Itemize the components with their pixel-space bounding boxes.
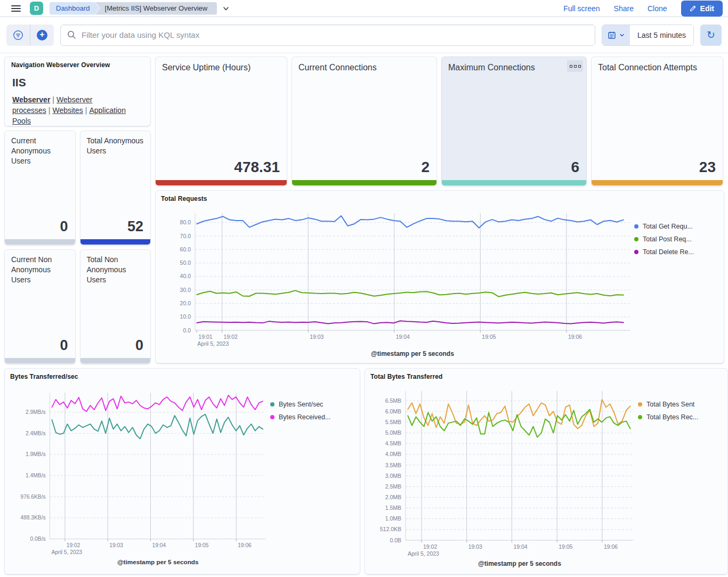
legend-color-dot [634,250,638,254]
nav-heading: IIS [12,76,144,89]
total-requests-chart[interactable]: 0.010.020.030.040.050.060.070.080.019:01… [161,206,634,359]
svg-text:0.0B/s: 0.0B/s [30,536,46,542]
metric-color-bar [5,358,75,363]
metric-color-bar [80,358,151,363]
metric-color-bar [5,239,75,245]
legend-item[interactable]: Total Delete Re... [634,248,718,256]
svg-text:10.0: 10.0 [180,313,191,320]
legend-item[interactable]: Total Post Req... [634,235,718,243]
legend-label: Bytes Received... [279,413,330,421]
share-button[interactable]: Share [614,4,634,13]
space-avatar[interactable]: D [30,2,43,15]
metric-value: 23 [592,159,723,180]
metric-value: 0 [5,218,75,239]
metric-value: 478.31 [156,159,287,180]
legend-color-dot [270,415,274,419]
panel-title: Navigation Webserver Overview [11,61,144,69]
svg-text:1.9MB/s: 1.9MB/s [26,451,46,457]
metric-title: Total Connection Attempts [592,57,723,73]
svg-text:6.0MB: 6.0MB [385,408,401,415]
nav-links: Webserver|Webserver processes|Websites|A… [12,94,144,126]
svg-text:19:06: 19:06 [568,334,582,340]
metric-value: 2 [292,159,436,180]
legend-item[interactable]: Total Bytes Sent [638,401,722,408]
date-quick-select-button[interactable] [602,25,630,45]
search-icon [67,30,76,39]
filter-in-circle-icon [13,30,23,40]
user-metric-tiles: Current Anonymous Users0Total Anonymous … [4,131,151,364]
svg-text:3.0MB: 3.0MB [385,473,401,479]
metric-title: Total Non Anonymous Users [80,250,151,285]
svg-text:19:05: 19:05 [482,334,496,340]
metric-value: 52 [80,218,151,239]
legend-item[interactable]: Bytes Sent/sec [270,401,354,408]
metric-color-bar [292,180,436,185]
svg-text:976.6KB/s: 976.6KB/s [20,494,45,500]
metric-color-bar [592,180,723,185]
add-filter-button[interactable]: + [30,25,54,46]
menu-icon[interactable] [5,0,27,17]
nav-link-websites[interactable]: Websites [52,106,83,115]
full-screen-button[interactable]: Full screen [563,4,600,13]
metric-tile: Current Connections2 [292,56,437,186]
legend-label: Total Delete Re... [643,248,694,256]
svg-text:19:03: 19:03 [310,334,323,340]
kql-search-input[interactable] [82,30,588,39]
metric-color-bar [156,180,287,185]
legend-item[interactable]: Total Bytes Rec... [638,413,722,421]
legend-item[interactable]: Bytes Received... [270,413,354,421]
svg-text:40.0: 40.0 [180,273,191,279]
metric-tile: Total Connection Attempts23 [591,56,723,186]
legend-label: Total Post Req... [643,235,692,243]
metric-tile: Current Non Anonymous Users0 [4,249,76,364]
total-bytes-transferred-panel: Total Bytes Transferred 0.0B512.0KB1.0MB… [365,368,728,574]
chart-legend: Total Get Requ...Total Post Req...Total … [634,206,718,361]
svg-text:5.0MB: 5.0MB [385,429,401,436]
svg-text:19:05: 19:05 [559,543,572,550]
svg-text:3.5MB: 3.5MB [385,462,401,468]
legend-item[interactable]: Total Get Requ... [634,223,718,230]
saved-query-menu-button[interactable] [6,25,30,46]
legend-label: Bytes Sent/sec [279,401,323,408]
svg-text:19:01: 19:01 [198,334,212,340]
svg-text:2.4MB/s: 2.4MB/s [26,430,46,436]
svg-text:2.5MB: 2.5MB [385,483,401,490]
svg-text:19:02: 19:02 [224,334,238,340]
svg-text:2.0MB: 2.0MB [385,494,401,500]
svg-text:@timestamp per 5 seconds: @timestamp per 5 seconds [371,350,454,357]
svg-text:19:02: 19:02 [67,542,80,548]
refresh-button[interactable]: ↻ [700,25,722,46]
query-filter-bar: + Last 5 minutes ↻ [0,17,728,53]
svg-text:19:04: 19:04 [396,334,410,340]
metric-tile: Maximum Connections6 [441,56,587,186]
legend-color-dot [638,402,642,407]
metric-title: Total Anonymous Users [80,131,151,156]
legend-color-dot [638,415,642,419]
metric-title: Maximum Connections [442,57,586,73]
metric-color-bar [442,180,586,185]
chart-legend: Bytes Sent/secBytes Received... [270,384,354,572]
svg-text:19:06: 19:06 [604,543,618,550]
legend-color-dot [634,237,638,241]
svg-text:4.0MB: 4.0MB [385,451,401,457]
filter-controls: + [6,25,54,46]
panel-options-icon[interactable] [567,60,583,72]
clone-button[interactable]: Clone [648,4,667,13]
bytes-transferred-rate-chart[interactable]: 0.0B/s488.3KB/s976.6KB/s1.4MB/s1.9MB/s2.… [10,384,270,569]
panel-title: Total Requests [161,195,718,202]
breadcrumb-current-dashboard[interactable]: [Metrics IIS] Webserver Overview [95,2,217,15]
nav-link-webserver[interactable]: Webserver [12,95,50,104]
total-bytes-transferred-chart[interactable]: 0.0B512.0KB1.0MB1.5MB2.0MB2.5MB3.0MB3.5M… [370,384,638,569]
legend-label: Total Bytes Rec... [646,413,698,421]
svg-text:19:05: 19:05 [195,542,209,548]
svg-text:19:04: 19:04 [513,543,527,550]
edit-button[interactable]: Edit [681,1,723,17]
chevron-down-icon [619,32,625,38]
chevron-down-icon[interactable] [222,5,230,12]
svg-text:488.3KB/s: 488.3KB/s [20,515,45,521]
svg-text:19:04: 19:04 [152,542,166,548]
time-range-button[interactable]: Last 5 minutes [630,25,693,45]
breadcrumb: Dashboard [Metrics IIS] Webserver Overvi… [50,2,230,15]
svg-text:2.9MB/s: 2.9MB/s [26,409,46,415]
breadcrumb-dashboard[interactable]: Dashboard [50,2,100,15]
